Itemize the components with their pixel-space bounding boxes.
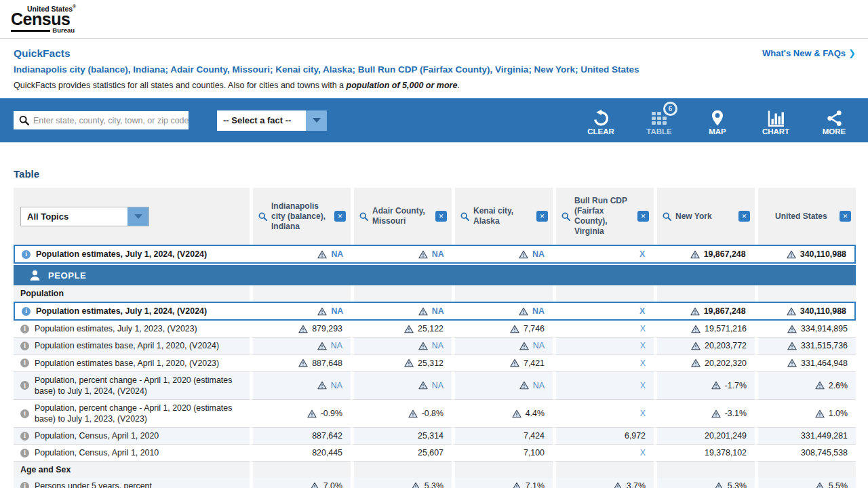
- section-spacer-cell: [755, 285, 856, 302]
- fact-select-dropdown[interactable]: -- Select a fact --: [217, 110, 327, 131]
- column-close-icon[interactable]: ✕: [435, 211, 447, 222]
- info-icon[interactable]: i: [20, 432, 29, 441]
- chart-button[interactable]: CHART: [752, 105, 800, 136]
- info-icon[interactable]: i: [20, 381, 29, 390]
- info-icon[interactable]: i: [20, 342, 29, 350]
- warning-icon: [418, 381, 428, 390]
- value-cell: 331,464,948: [755, 355, 856, 372]
- quickfacts-description: QuickFacts provides statistics for all s…: [14, 81, 856, 90]
- info-icon[interactable]: i: [20, 449, 29, 458]
- value-cell: 7.0%: [250, 478, 351, 488]
- table-row: iPopulation estimates, July 1, 2024, (V2…: [14, 302, 856, 321]
- chevron-right-icon: ❯: [848, 48, 856, 58]
- top-bar: United States® Census Bureau: [0, 0, 868, 39]
- row-label: Population estimates, July 1, 2024, (V20…: [36, 306, 207, 317]
- info-icon[interactable]: i: [22, 250, 31, 259]
- column-search-icon[interactable]: [258, 211, 268, 222]
- info-icon[interactable]: i: [22, 307, 31, 316]
- column-close-icon[interactable]: ✕: [536, 211, 548, 222]
- map-label: MAP: [709, 127, 726, 136]
- section-header-row: Age and Sex: [14, 462, 856, 478]
- value-cell: X: [553, 303, 653, 319]
- people-section-band[interactable]: PEOPLE: [14, 265, 856, 285]
- row-label: Population estimates base, April 1, 2020…: [35, 340, 219, 351]
- share-icon: [825, 105, 844, 127]
- value-cell: 887,642: [250, 428, 351, 445]
- column-search-icon[interactable]: [359, 211, 369, 222]
- value-text: 7,746: [524, 324, 545, 333]
- fact-select-arrow-button[interactable]: [306, 110, 327, 131]
- value-text: NA: [432, 249, 444, 259]
- value-cell: 7,746: [452, 321, 553, 338]
- row-label: Population, Census, April 1, 2010: [35, 447, 159, 458]
- row-label-cell: iPopulation estimates, July 1, 2023, (V2…: [14, 321, 250, 338]
- info-icon[interactable]: i: [20, 482, 29, 488]
- value-text: NA: [532, 249, 545, 259]
- info-icon[interactable]: i: [20, 325, 29, 333]
- topics-filter-dropdown[interactable]: All Topics: [20, 207, 149, 226]
- column-header: Indianapolis city (balance), Indiana✕: [250, 188, 351, 245]
- column-search-icon[interactable]: [561, 211, 571, 222]
- value-cell: 7,424: [452, 428, 553, 445]
- row-label: Population estimates, July 1, 2023, (V20…: [35, 323, 197, 334]
- section-spacer-cell: [351, 285, 452, 302]
- warning-icon: [815, 409, 825, 418]
- chevron-down-icon: [134, 214, 142, 219]
- row-label: Population, percent change - April 1, 20…: [35, 403, 244, 424]
- value-text: 4.4%: [526, 409, 545, 418]
- warning-icon: [404, 359, 414, 367]
- column-close-icon[interactable]: ✕: [840, 211, 851, 222]
- value-cell: 887,648: [250, 355, 351, 372]
- value-text: 25,607: [418, 448, 443, 458]
- census-bureau-logo[interactable]: United States® Census Bureau: [11, 4, 75, 35]
- row-label-cell: iPopulation, percent change - April 1, 2…: [14, 372, 250, 400]
- value-cell: 19,378,102: [654, 445, 755, 462]
- value-cell: X: [553, 400, 654, 428]
- column-search-icon[interactable]: [460, 211, 470, 222]
- section-header-row: Population: [14, 285, 856, 302]
- warning-icon: [418, 250, 428, 259]
- value-cell: 7,421: [452, 355, 553, 372]
- value-cell: 331,449,281: [755, 428, 856, 445]
- value-text: 19,378,102: [705, 448, 747, 458]
- section-spacer-cell: [250, 285, 351, 302]
- value-text: 2.6%: [829, 381, 848, 390]
- value-cell: NA: [351, 303, 452, 319]
- value-text: X: [640, 324, 646, 333]
- value-cell: NA: [251, 246, 351, 262]
- column-close-icon[interactable]: ✕: [738, 211, 750, 222]
- value-text: 7,100: [524, 448, 545, 458]
- table-row: iPopulation estimates, July 1, 2024, (V2…: [14, 245, 856, 264]
- map-button[interactable]: MAP: [694, 105, 741, 136]
- value-cell: NA: [250, 372, 351, 400]
- fact-select-value: -- Select a fact --: [217, 110, 306, 131]
- value-cell: NA: [452, 372, 553, 400]
- topics-filter-arrow-button[interactable]: [127, 207, 149, 226]
- value-cell: NA: [351, 246, 452, 262]
- column-search-icon[interactable]: [662, 211, 672, 222]
- topics-filter-cell: All Topics: [14, 188, 250, 245]
- value-text: 7.1%: [526, 481, 545, 488]
- whats-new-faqs-link[interactable]: What's New & FAQs❯: [762, 48, 856, 58]
- clear-button[interactable]: CLEAR: [577, 105, 625, 136]
- column-close-icon[interactable]: ✕: [637, 211, 649, 222]
- more-button[interactable]: MORE: [810, 105, 858, 136]
- chevron-down-icon: [313, 118, 321, 123]
- value-text: NA: [533, 381, 545, 390]
- column-header: Kenai city, Alaska✕: [452, 188, 553, 245]
- clear-undo-icon: [592, 105, 610, 127]
- info-icon[interactable]: i: [20, 409, 29, 418]
- intro-section: QuickFacts Indianapolis city (balance), …: [0, 39, 868, 90]
- column-close-icon[interactable]: ✕: [334, 211, 346, 222]
- value-cell: 19,867,248: [653, 246, 753, 262]
- warning-icon: [690, 250, 700, 259]
- warning-icon: [418, 307, 428, 316]
- table-button[interactable]: 6 TABLE: [635, 105, 683, 136]
- section-spacer-cell: [553, 285, 654, 302]
- row-label-cell: iPopulation estimates, July 1, 2024, (V2…: [15, 303, 251, 319]
- info-icon[interactable]: i: [20, 359, 29, 367]
- row-label: Persons under 5 years, percent: [35, 481, 152, 488]
- geography-search-input[interactable]: [33, 116, 189, 125]
- value-cell: X: [553, 246, 653, 262]
- value-text: -3.1%: [725, 409, 747, 418]
